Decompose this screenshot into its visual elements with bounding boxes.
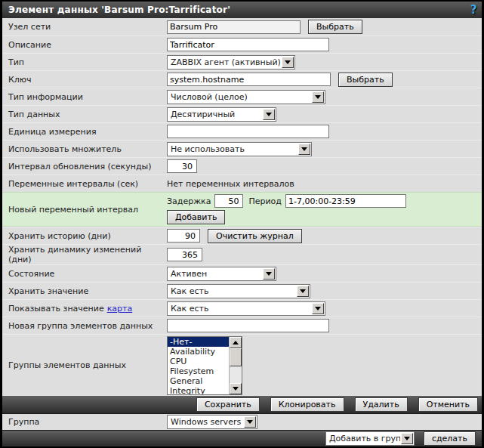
clone-button[interactable]: Клонировать [270, 397, 344, 412]
group-select[interactable]: Windows servers [167, 415, 257, 429]
new-application-input[interactable] [167, 319, 329, 332]
listbox-option[interactable]: CPU [168, 357, 229, 366]
form-row-info-type: Тип информации Числовой (целое) [2, 88, 482, 105]
flex-intervals-label: Переменные интервалы (сек) [2, 179, 167, 189]
key-input[interactable] [167, 73, 331, 86]
store-value-select[interactable]: Как есть [167, 284, 310, 298]
units-input[interactable] [167, 125, 329, 138]
form-row-flex-intervals: Переменные интервалы (сек) Нет переменны… [2, 175, 482, 192]
status-label: Состояние [2, 269, 167, 279]
info-type-select[interactable]: Числовой (целое) [167, 90, 325, 104]
help-icon[interactable]: ? [470, 5, 477, 16]
show-value-select[interactable]: Как есть [167, 301, 325, 316]
units-label: Единица измерения [2, 127, 167, 137]
chevron-down-icon [312, 303, 324, 314]
form-row-group: Группа Windows servers [2, 413, 482, 431]
store-value-select-value: Как есть [168, 286, 296, 296]
host-label: Узел сети [2, 22, 167, 32]
mass-action-bar: Добавить в группу сделать [2, 431, 482, 446]
type-select[interactable]: ZABBIX агент (активный) [167, 55, 295, 70]
form-row-applications: Группы элементов данных -Нет- Availabili… [2, 334, 482, 396]
chevron-down-icon [263, 109, 275, 120]
listbox-option[interactable]: Availability [168, 347, 229, 357]
multiplier-label: Использовать множитель [2, 144, 167, 154]
listbox-option[interactable]: General [168, 376, 229, 386]
trends-input[interactable] [167, 248, 202, 261]
scroll-up-icon[interactable] [230, 337, 242, 348]
form-row-store-value: Хранить значение Как есть [2, 282, 482, 299]
form-row-new-application: Новая группа элементов данных [2, 317, 482, 334]
info-type-label: Тип информации [2, 92, 167, 102]
window-titlebar: Элемент данных 'Barsum Pro:Tarrificator'… [2, 2, 482, 18]
cancel-button[interactable]: Отменить [418, 397, 478, 412]
form-row-history: Хранить историю (дни) Очистить журнал [2, 227, 482, 244]
form-row-update-interval: Интервал обновления (секунды) [2, 157, 482, 175]
delete-button[interactable]: Удалить [355, 397, 408, 412]
form-row-new-flex-interval: Новый переменный интервал Задержка Перио… [2, 192, 482, 227]
listbox-option[interactable]: -Нет- [168, 337, 229, 347]
host-input[interactable] [167, 20, 301, 34]
host-select-button[interactable]: Выбрать [308, 20, 362, 34]
status-select[interactable]: Активен [167, 267, 276, 281]
applications-label: Группы элементов данных [2, 360, 167, 370]
action-bar: Сохранить Клонировать Удалить Отменить [2, 396, 482, 413]
chevron-down-icon [263, 268, 275, 280]
chevron-down-icon [297, 286, 309, 297]
form-row-show-value: Показывать значениекарта Как есть [2, 299, 482, 317]
description-input[interactable] [167, 38, 329, 51]
group-label: Группа [2, 417, 167, 427]
value-map-link[interactable]: карта [107, 304, 133, 314]
type-select-value: ZABBIX агент (активный) [168, 57, 281, 67]
item-form: Узел сети Выбрать Описание Тип ZABBIX аг… [2, 18, 482, 396]
key-select-button[interactable]: Выбрать [338, 73, 393, 87]
type-label: Тип [2, 57, 167, 67]
scrollbar-track[interactable] [230, 366, 242, 383]
data-type-select[interactable]: Десятиричный [167, 107, 276, 122]
page-title: Элемент данных 'Barsum Pro:Tarrificator' [8, 5, 230, 15]
form-row-multiplier: Использовать множитель Не использовать [2, 140, 482, 157]
listbox-option[interactable]: Integrity [168, 386, 229, 394]
form-row-key: Ключ Выбрать [2, 70, 482, 88]
new-application-label: Новая группа элементов данных [2, 321, 167, 331]
applications-options: -Нет- Availability CPU Filesystem Genera… [168, 337, 229, 394]
form-row-description: Описание [2, 36, 482, 53]
period-input[interactable] [285, 194, 406, 208]
history-input[interactable] [167, 229, 200, 243]
clear-history-button[interactable]: Очистить журнал [208, 229, 302, 243]
scrollbar-thumb[interactable] [230, 348, 242, 366]
show-value-label: Показывать значениекарта [2, 304, 167, 314]
chevron-down-icon [312, 91, 324, 103]
listbox-option[interactable]: Filesystem [168, 366, 229, 376]
do-button[interactable]: сделать [424, 431, 476, 446]
form-row-host: Узел сети Выбрать [2, 18, 482, 36]
save-button[interactable]: Сохранить [196, 397, 260, 412]
chevron-down-icon [401, 433, 413, 444]
group-select-value: Windows servers [168, 417, 243, 427]
multiplier-select[interactable]: Не использовать [167, 142, 312, 156]
mass-action-select[interactable]: Добавить в группу [325, 431, 415, 446]
multiplier-select-value: Не использовать [168, 144, 297, 154]
period-label: Период [248, 196, 282, 206]
applications-listbox[interactable]: -Нет- Availability CPU Filesystem Genera… [167, 336, 242, 395]
trends-label: Хранить динамику изменений (дни) [2, 245, 167, 264]
form-row-status: Состояние Активен [2, 264, 482, 282]
delay-input[interactable] [214, 194, 243, 208]
chevron-down-icon [298, 144, 310, 155]
chevron-down-icon [282, 57, 294, 68]
scroll-down-icon[interactable] [230, 383, 242, 394]
mass-action-select-value: Добавить в группу [326, 434, 400, 443]
data-type-select-value: Десятиричный [168, 110, 262, 119]
show-value-label-text: Показывать значение [8, 304, 104, 314]
description-label: Описание [2, 40, 167, 50]
form-row-data-type: Тип данных Десятиричный [2, 105, 482, 122]
new-flex-interval-label: Новый переменный интервал [2, 205, 167, 215]
add-interval-button[interactable]: Добавить [167, 210, 225, 224]
store-value-label: Хранить значение [2, 286, 167, 296]
form-row-trends: Хранить динамику изменений (дни) [2, 244, 482, 264]
show-value-select-value: Как есть [168, 304, 311, 314]
form-row-type: Тип ZABBIX агент (активный) [2, 53, 482, 70]
listbox-scrollbar[interactable] [229, 337, 242, 394]
history-label: Хранить историю (дни) [2, 231, 167, 241]
update-interval-input[interactable] [167, 159, 197, 173]
info-type-select-value: Числовой (целое) [168, 92, 311, 102]
